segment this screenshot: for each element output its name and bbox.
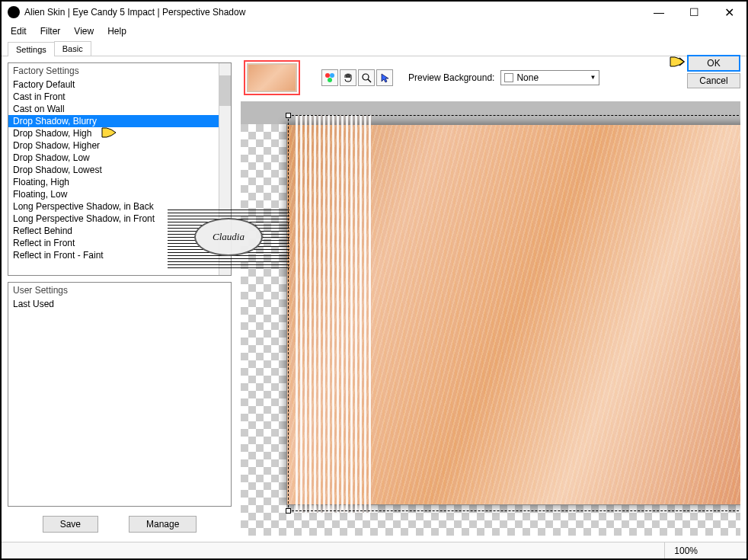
arrow-tool-icon[interactable] — [376, 69, 393, 86]
preview-bg-label: Preview Background: — [408, 72, 494, 83]
menu-filter[interactable]: Filter — [34, 24, 67, 38]
preview-bg-combo[interactable]: None ▼ — [500, 70, 599, 85]
save-button[interactable]: Save — [43, 516, 98, 533]
factory-item[interactable]: Drop Shadow, High — [8, 127, 219, 139]
user-item[interactable]: Last Used — [8, 298, 231, 310]
factory-item[interactable]: Reflect Behind — [8, 225, 219, 237]
factory-item[interactable]: Drop Shadow, Blurry — [8, 115, 219, 127]
factory-item[interactable]: Long Perspective Shadow, in Back — [8, 200, 219, 213]
tab-settings[interactable]: Settings — [8, 42, 55, 56]
menu-help[interactable]: Help — [101, 24, 133, 38]
svg-point-2 — [328, 78, 332, 82]
factory-item[interactable]: Cast in Front — [8, 91, 219, 103]
manage-button[interactable]: Manage — [129, 516, 197, 533]
chevron-down-icon: ▼ — [590, 74, 596, 81]
right-panel: OK Cancel — [238, 56, 746, 542]
tab-basic[interactable]: Basic — [54, 41, 91, 56]
cancel-button[interactable]: Cancel — [687, 73, 740, 88]
menu-view[interactable]: View — [68, 24, 100, 38]
factory-header: Factory Settings — [8, 63, 219, 78]
combo-swatch — [504, 73, 513, 82]
zoom-tool-icon[interactable] — [358, 69, 375, 86]
close-button[interactable]: ✕ — [711, 2, 746, 23]
factory-item[interactable]: Floating, High — [8, 176, 219, 188]
svg-point-0 — [325, 73, 330, 78]
svg-point-1 — [330, 73, 334, 78]
svg-point-3 — [363, 74, 369, 80]
factory-item[interactable]: Reflect in Front — [8, 237, 219, 249]
factory-item[interactable]: Floating, Low — [8, 188, 219, 200]
menu-edit[interactable]: Edit — [5, 24, 33, 38]
statusbar: 100% — [2, 542, 746, 558]
preview-canvas[interactable] — [241, 101, 740, 536]
svg-line-4 — [368, 79, 371, 82]
tab-bar: Settings Basic — [2, 40, 746, 56]
left-panel: Factory Settings Factory DefaultCast in … — [2, 56, 238, 542]
factory-settings-list: Factory Settings Factory DefaultCast in … — [8, 62, 232, 276]
content-area: Factory Settings Factory DefaultCast in … — [2, 56, 746, 542]
user-header: User Settings — [8, 283, 231, 298]
zoom-level: 100% — [664, 542, 728, 558]
menubar: Edit Filter View Help — [2, 23, 746, 40]
window-title: Alien Skin | Eye Candy 5 Impact | Perspe… — [24, 7, 641, 18]
ok-button[interactable]: OK — [687, 55, 740, 72]
factory-item[interactable]: Factory Default — [8, 78, 219, 91]
window-controls: — ☐ ✕ — [641, 2, 746, 23]
factory-item[interactable]: Reflect in Front - Faint — [8, 249, 219, 261]
factory-item[interactable]: Long Perspective Shadow, in Front — [8, 213, 219, 225]
preview-thumbnail[interactable] — [244, 60, 300, 95]
preview-toolbar: Preview Background: None ▼ — [238, 56, 746, 98]
tool-buttons — [321, 69, 393, 86]
minimize-button[interactable]: — — [641, 2, 676, 23]
combo-value: None — [516, 72, 539, 83]
titlebar: Alien Skin | Eye Candy 5 Impact | Perspe… — [2, 2, 746, 23]
dialog-buttons: OK Cancel — [687, 55, 740, 88]
list-buttons: Save Manage — [8, 513, 232, 536]
factory-item[interactable]: Cast on Wall — [8, 103, 219, 115]
factory-item[interactable]: Drop Shadow, Low — [8, 152, 219, 164]
maximize-button[interactable]: ☐ — [676, 2, 711, 23]
color-picker-tool[interactable] — [321, 69, 338, 86]
user-settings-list: User Settings Last Used — [8, 282, 232, 507]
factory-item[interactable]: Drop Shadow, Lowest — [8, 164, 219, 176]
scroll-thumb[interactable] — [219, 75, 231, 106]
app-icon — [8, 6, 20, 18]
factory-list-inner: Factory Settings Factory DefaultCast in … — [8, 63, 219, 275]
factory-scrollbar[interactable] — [219, 63, 231, 275]
factory-item[interactable]: Drop Shadow, Higher — [8, 139, 219, 152]
thumbnail-image — [247, 63, 297, 92]
preview-stripe-overlay — [296, 115, 372, 513]
hand-tool-icon[interactable] — [340, 69, 356, 86]
